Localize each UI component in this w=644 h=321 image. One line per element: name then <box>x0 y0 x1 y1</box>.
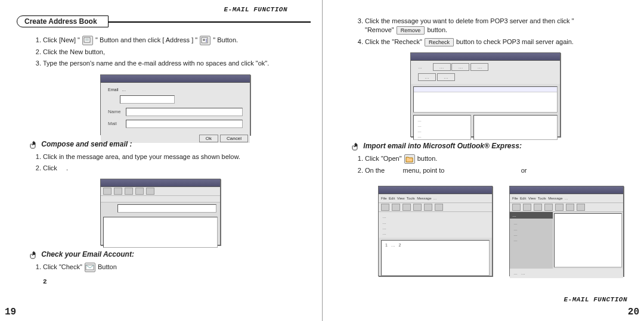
page-left: E-MAIL FUNCTION Create Address Book Clic… <box>0 0 322 321</box>
import-heading: Import email into Microsoft Outlook® Exp… <box>351 142 627 151</box>
hand-icon <box>29 141 37 149</box>
delete-step-3-line1: Click the message you want to delete fro… <box>365 17 574 24</box>
import-step-2-c: or <box>521 167 527 174</box>
delete-step-4: Click the "Recheck" Recheck button to ch… <box>365 38 627 46</box>
compose-step-2: Click . <box>43 164 305 173</box>
step-1: Click [New] " " Button and then click [ … <box>43 36 305 45</box>
check-icon <box>85 263 95 272</box>
compose-heading-text: Compose and send email : <box>41 140 132 148</box>
import-step-1-a: Click "Open" <box>365 155 402 162</box>
screenshot-outlook-right: File Edit View Tools Message … … ………… … … <box>509 186 624 276</box>
delete-step-3-after: button. <box>427 26 447 33</box>
delete-step-4-a: Click the "Recheck" <box>365 38 422 45</box>
compose-step-1: Click in the message area, and type your… <box>43 152 305 161</box>
import-heading-text: Import email into Microsoft Outlook® Exp… <box>363 142 522 150</box>
check-step-1: Click "Check" Button <box>43 263 305 272</box>
page-number-left: 19 <box>5 307 16 317</box>
delete-step-3: Click the message you want to delete fro… <box>365 17 627 35</box>
import-step-1: Click "Open" button. <box>365 154 627 164</box>
section-create-address-book: Create Address Book <box>17 15 109 27</box>
compose-steps: Click in the message area, and type your… <box>17 152 305 173</box>
step-1-text-a: Click [New] " <box>43 36 80 43</box>
hand-icon-3 <box>351 142 359 151</box>
remove-button: Remove <box>397 26 425 35</box>
step-3: Type the person's name and the e-mail ad… <box>43 59 305 68</box>
svg-rect-1 <box>85 39 89 39</box>
page-footer-right: E-MAIL FUNCTION <box>564 296 627 303</box>
screenshot-outlook-left: File Edit View Tools Message … ………… 1 … … <box>378 186 493 276</box>
compose-step-2-text: Click <box>43 164 57 172</box>
check-steps: Click "Check" Button <box>17 263 305 272</box>
screenshot-pop3-window: … … … … … … ………… <box>410 52 561 137</box>
step-1-text-b: " Button and then click [ Address ] " <box>95 36 197 43</box>
import-step-1-b: button. <box>417 155 438 162</box>
dlg-name-label: Name <box>108 109 122 114</box>
create-address-steps: Click [New] " " Button and then click [ … <box>17 36 305 68</box>
page-number-right: 20 <box>628 307 639 317</box>
check-heading: Check your Email Account: <box>29 250 305 259</box>
screenshot-new-address-dialog: Email … Name Mail Ok Cancel <box>100 74 250 135</box>
step-1-text-c: " Button. <box>213 36 238 43</box>
import-step-2-b: menu, point to <box>403 167 445 174</box>
check-heading-text: Check your Email Account: <box>41 250 134 258</box>
page-header-left: E-MAIL FUNCTION <box>17 6 287 13</box>
dlg-ok-button: Ok <box>199 135 218 142</box>
import-step-2-a: On the <box>365 167 385 174</box>
open-icon <box>404 154 415 164</box>
new-icon <box>82 36 93 45</box>
svg-rect-2 <box>85 40 89 40</box>
address-icon <box>200 36 210 45</box>
delete-step-4-b: button to check POP3 mail server again. <box>456 38 574 45</box>
dlg-cancel-button: Cancel <box>220 135 248 142</box>
compose-heading: Compose and send email : <box>29 140 305 149</box>
hand-icon-2 <box>29 251 37 259</box>
import-step-2: On the menu, point to or <box>365 166 627 175</box>
delete-step-3-remove-word: "Remove" <box>365 26 394 33</box>
delete-steps: Click the message you want to delete fro… <box>339 17 627 46</box>
dlg-mail-label: Mail <box>108 121 122 126</box>
recheck-button: Recheck <box>425 38 454 46</box>
svg-rect-5 <box>206 39 207 42</box>
import-steps: Click "Open" button. On the menu, point … <box>339 154 627 175</box>
page-right: Click the message you want to delete fro… <box>322 0 644 321</box>
step-2: Click the New button, <box>43 48 305 57</box>
check-step-text: Click "Check" <box>43 263 82 270</box>
svg-point-4 <box>203 39 205 41</box>
screenshot-compose-window <box>100 179 221 245</box>
check-step-suffix: Button <box>98 263 117 270</box>
